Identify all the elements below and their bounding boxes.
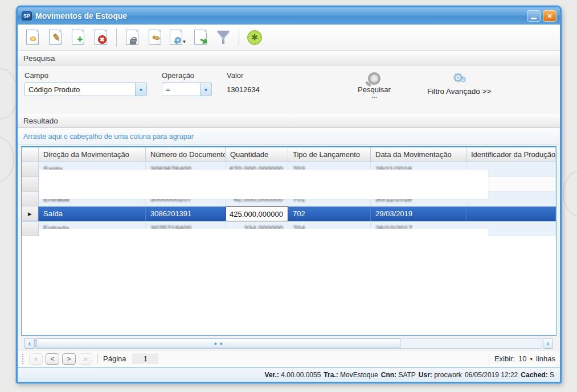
operacao-select[interactable]: = ▾	[162, 82, 212, 96]
advanced-filter-button[interactable]: ⚙⚙ Filtro Avançado >>	[427, 71, 491, 109]
insert-record-icon: +	[72, 30, 84, 45]
grid-body: Saída3083676400670.000,00000070329/11/20…	[22, 162, 556, 335]
pager-separator	[489, 354, 489, 364]
search-icon	[368, 72, 380, 85]
exibir-label: Exibir:	[494, 354, 515, 363]
delete-record-icon: ✖	[95, 30, 107, 45]
window-title: Movimentos de Estoque	[35, 11, 523, 20]
toolbar: ✎+✖✎▾➔✱	[18, 24, 560, 51]
filter-button[interactable]	[213, 27, 234, 48]
cell-quantity[interactable]: 425.000,000000	[226, 207, 288, 221]
pager-bar: « < > » Página 1 Exibir: 10 ▾ linhas	[18, 350, 560, 367]
advanced-filter-label: Filtro Avançado >>	[427, 87, 491, 96]
search-section-header: Pesquisa	[18, 51, 560, 65]
chevron-down-icon[interactable]: ▾	[530, 356, 533, 362]
campo-select[interactable]: Código Produto ▾	[24, 82, 147, 96]
sign-record-button[interactable]: ✎	[145, 27, 165, 48]
rows-per-page-control[interactable]: Exibir: 10 ▾ linhas	[494, 354, 555, 363]
column-header-6[interactable]: Identificador da Produção	[466, 147, 556, 162]
lock-record-icon	[126, 30, 138, 45]
column-header-5[interactable]: Data da Movimentação	[371, 147, 466, 162]
app-icon: SP	[22, 11, 32, 20]
minimize-icon	[531, 18, 537, 19]
cell-type[interactable]: 702	[288, 207, 371, 221]
operacao-label: Operação	[162, 71, 212, 80]
status-bar: Ver.: 4.00.00.0055Tra.: MovEstoqueCnn: S…	[18, 367, 560, 382]
sign-record-icon: ✎	[149, 30, 161, 45]
delete-record-button[interactable]: ✖	[91, 27, 111, 48]
horizontal-scrollbar[interactable]: ‹ ● ● ›	[24, 338, 553, 349]
operacao-selected-value: =	[162, 85, 200, 94]
search-section-title: Pesquisa	[23, 54, 55, 63]
favorite-icon: ✱	[247, 30, 262, 45]
insert-record-button[interactable]: +	[68, 27, 88, 48]
app-window: SP Movimentos de Estoque × ✎+✖✎▾➔✱ Pesqu…	[16, 6, 562, 383]
new-record-icon	[26, 30, 39, 45]
table-row[interactable]: ▶Saída3086201391425.000,00000070229/03/2…	[22, 207, 556, 221]
cell-date[interactable]: 29/03/2019	[371, 207, 466, 221]
chevron-down-icon[interactable]: ▾	[183, 39, 186, 44]
valor-label: Valor	[227, 71, 312, 80]
result-section-header: Resultado	[18, 113, 560, 128]
column-header-1[interactable]: Direção da Movimentação	[39, 147, 146, 162]
search-form: Campo Código Produto ▾ Operação = ▾ Valo…	[18, 65, 560, 113]
scrollbar-thumb[interactable]: ● ●	[36, 339, 400, 348]
result-section-title: Resultado	[23, 117, 58, 125]
status-item: 06/05/2019 12:22	[465, 371, 518, 379]
page-number-field[interactable]: 1	[132, 353, 158, 364]
search-view-button[interactable]: ▾	[167, 27, 188, 48]
search-button-dots: ...	[371, 94, 377, 97]
page-label: Página	[103, 354, 126, 363]
result-grid: Direção da MovimentaçãoNúmero do Documen…	[21, 146, 556, 336]
title-bar[interactable]: SP Movimentos de Estoque ×	[18, 7, 560, 24]
scroll-left-button[interactable]: ‹	[24, 338, 35, 349]
filter-icon	[216, 30, 230, 46]
last-page-button[interactable]: »	[79, 353, 92, 365]
status-item: Ver.: 4.00.00.0055	[265, 371, 321, 379]
background-swirl	[0, 137, 14, 182]
search-button[interactable]: Pesquisar ...	[353, 71, 395, 109]
scroll-right-button[interactable]: ›	[543, 338, 553, 349]
previous-page-button[interactable]: <	[46, 353, 59, 365]
row-indicator-cell[interactable]: ▶	[22, 207, 39, 221]
pager-drag-handle[interactable]	[22, 354, 24, 364]
column-header-2[interactable]: Número do Documento	[146, 147, 226, 162]
column-header-3[interactable]: Quantidade	[226, 147, 288, 162]
new-record-button[interactable]	[22, 27, 43, 48]
scrollbar-track[interactable]: ● ●	[35, 338, 542, 349]
status-item: Usr: procwork	[419, 371, 462, 379]
search-view-icon	[170, 30, 182, 45]
row-indicator-cell[interactable]	[22, 162, 39, 177]
first-page-button[interactable]: «	[29, 353, 43, 365]
grid-header-row: Direção da MovimentaçãoNúmero do Documen…	[22, 147, 556, 162]
row-indicator-cell[interactable]	[22, 177, 39, 192]
lock-record-button[interactable]	[122, 27, 142, 48]
row-indicator-cell[interactable]	[22, 192, 39, 207]
toolbar-separator	[116, 28, 117, 47]
row-indicator-cell[interactable]	[22, 221, 39, 236]
valor-input[interactable]	[227, 82, 312, 96]
next-page-button[interactable]: >	[62, 353, 76, 365]
result-grid-area: Direção da MovimentaçãoNúmero do Documen…	[18, 145, 560, 350]
chevron-down-icon[interactable]: ▾	[200, 83, 211, 96]
lines-suffix: linhas	[536, 354, 555, 363]
status-item: Tra.: MovEstoque	[324, 371, 378, 379]
cell-direction[interactable]: Saída	[39, 207, 146, 221]
edit-record-button[interactable]: ✎	[45, 27, 66, 48]
status-item: Cached: S	[521, 371, 554, 379]
minimize-button[interactable]	[527, 10, 541, 22]
close-button[interactable]: ×	[543, 10, 556, 22]
campo-selected-value: Código Produto	[25, 85, 135, 94]
favorite-button[interactable]: ✱	[244, 27, 265, 48]
export-record-icon: ➔	[194, 30, 207, 45]
cell-production[interactable]	[466, 207, 556, 221]
cell-document[interactable]: 3086201391	[146, 207, 226, 221]
redaction-overlay	[39, 170, 488, 199]
export-record-button[interactable]: ➔	[190, 27, 211, 48]
group-by-hint-bar[interactable]: Arraste aqui o cabeçalho de uma coluna p…	[18, 128, 560, 145]
lines-value[interactable]: 10	[518, 354, 526, 363]
chevron-down-icon[interactable]: ▾	[135, 83, 146, 96]
column-header-4[interactable]: Tipo de Lançamento	[288, 147, 371, 162]
row-indicator-header	[22, 147, 39, 162]
group-by-hint-text: Arraste aqui o cabeçalho de uma coluna p…	[23, 133, 194, 141]
